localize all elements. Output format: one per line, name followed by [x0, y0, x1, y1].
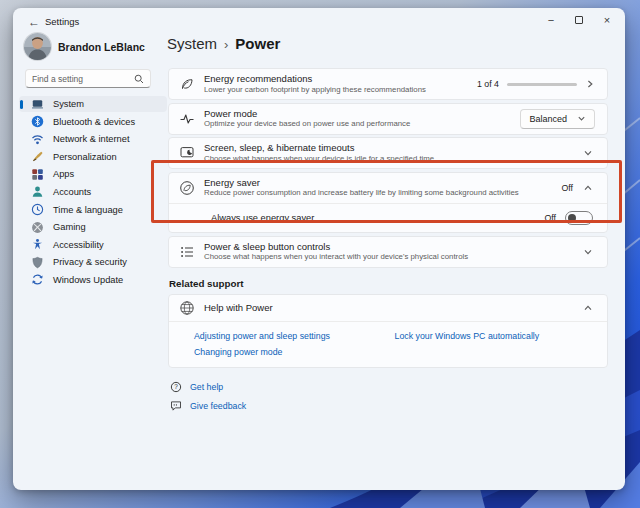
search-icon: [134, 74, 144, 84]
card-power-mode: Power mode Optimize your device based on…: [168, 103, 608, 135]
card-title: Energy saver: [204, 177, 561, 189]
svg-text:?: ?: [174, 383, 178, 390]
user-name: Brandon LeBlanc: [58, 41, 145, 53]
sidebar-item-label: Apps: [53, 169, 74, 179]
xbox-icon: [31, 221, 44, 234]
sidebar-item-privacy-security[interactable]: Privacy & security: [19, 254, 167, 270]
card-power-sleep-button-controls[interactable]: Power & sleep button controls Choose wha…: [168, 236, 608, 268]
chevron-up-icon: [583, 183, 593, 193]
wifi-icon: [31, 133, 44, 146]
help-with-power-header[interactable]: Help with Power: [169, 295, 607, 322]
sidebar-item-time-language[interactable]: Time & language: [19, 201, 167, 217]
update-arrows-icon: [31, 273, 44, 286]
sidebar-item-personalization[interactable]: Personalization: [19, 149, 167, 165]
toggle-state-label: Off: [544, 213, 556, 223]
card-description: Optimize your device based on power use …: [204, 119, 520, 129]
sidebar-item-label: Gaming: [53, 222, 86, 232]
toggle-knob: [568, 214, 576, 222]
clock-globe-icon: [31, 203, 44, 216]
chevron-up-icon: [583, 303, 593, 313]
window-title: Settings: [45, 16, 79, 27]
related-support-heading: Related support: [169, 278, 608, 289]
help-links: Adjusting power and sleep settings Lock …: [169, 322, 607, 367]
sidebar-item-label: Accounts: [53, 187, 91, 197]
page-title: Power: [235, 35, 280, 52]
settings-card-list: Energy recommendations Lower your carbon…: [168, 68, 608, 419]
sidebar-item-accounts[interactable]: Accounts: [19, 184, 167, 200]
sidebar-item-gaming[interactable]: Gaming: [19, 219, 167, 235]
apps-grid-icon: [31, 168, 44, 181]
breadcrumb: System › Power: [167, 35, 280, 52]
breadcrumb-section[interactable]: System: [167, 35, 217, 52]
sidebar-item-label: Personalization: [53, 152, 117, 162]
pulse-icon: [179, 111, 195, 127]
sidebar-item-label: Windows Update: [53, 275, 123, 285]
card-title: Help with Power: [204, 302, 581, 314]
sidebar-item-accessibility[interactable]: Accessibility: [19, 237, 167, 253]
get-help-link[interactable]: ? Get help: [170, 381, 608, 393]
get-help-label: Get help: [190, 382, 223, 392]
sidebar-item-bluetooth-devices[interactable]: Bluetooth & devices: [19, 114, 167, 130]
link-adjusting-power-sleep[interactable]: Adjusting power and sleep settings: [194, 331, 395, 341]
card-screen-sleep-timeouts[interactable]: Screen, sleep, & hibernate timeouts Choo…: [168, 137, 608, 169]
card-description: Choose what happens when your device is …: [204, 154, 581, 164]
card-title: Power & sleep button controls: [204, 241, 581, 253]
energy-leaf-circle-icon: [179, 180, 195, 196]
help-question-icon: ?: [170, 381, 182, 393]
card-title: Power mode: [204, 108, 520, 120]
power-mode-dropdown[interactable]: Balanced: [520, 109, 595, 129]
sidebar-item-label: System: [53, 99, 84, 109]
chevron-right-icon: [585, 79, 595, 89]
card-energy-recommendations[interactable]: Energy recommendations Lower your carbon…: [168, 68, 608, 100]
back-button[interactable]: ←: [23, 12, 45, 32]
sidebar-item-windows-update[interactable]: Windows Update: [19, 272, 167, 288]
sidebar-item-label: Time & language: [53, 205, 123, 215]
globe-icon: [179, 300, 195, 316]
sidebar-nav: System Bluetooth & devices Network & int…: [19, 96, 167, 289]
laptop-icon: [31, 98, 44, 111]
sidebar-item-label: Bluetooth & devices: [53, 117, 135, 127]
sidebar-item-label: Accessibility: [53, 240, 104, 250]
link-changing-power-mode[interactable]: Changing power mode: [194, 347, 395, 357]
collapse-button[interactable]: [581, 181, 595, 195]
sidebar-item-label: Network & internet: [53, 134, 129, 144]
user-profile[interactable]: Brandon LeBlanc: [24, 33, 145, 60]
card-title: Energy recommendations: [204, 73, 477, 85]
chevron-down-icon: [577, 114, 586, 123]
settings-window: ← Settings − × Brandon LeBlanc: [13, 8, 625, 490]
accessibility-person-icon: [31, 238, 44, 251]
footer-links: ? Get help Give feedback: [168, 381, 608, 412]
search-input[interactable]: [32, 74, 134, 84]
card-help-with-power: Help with Power Adjusting power and slee…: [168, 294, 608, 368]
energy-saver-status: Off: [561, 183, 573, 193]
breadcrumb-separator-icon: ›: [224, 36, 228, 52]
feedback-bubble-icon: [170, 400, 182, 412]
bluetooth-icon: [31, 115, 44, 128]
card-description: Lower your carbon footprint by applying …: [204, 85, 477, 95]
shield-icon: [31, 256, 44, 269]
give-feedback-link[interactable]: Give feedback: [170, 400, 608, 412]
expand-button[interactable]: [581, 245, 595, 259]
sidebar-item-system[interactable]: System: [19, 96, 167, 112]
main-content: System › Power Energy recommendations Lo…: [165, 8, 625, 490]
sidebar-item-apps[interactable]: Apps: [19, 166, 167, 182]
link-lock-pc-automatically[interactable]: Lock your Windows PC automatically: [395, 331, 596, 341]
recommendations-progress-label: 1 of 4: [477, 79, 499, 89]
always-use-energy-saver-label: Always use energy saver: [211, 213, 544, 223]
leaf-icon: [179, 76, 195, 92]
chevron-down-icon: [583, 148, 593, 158]
always-use-energy-saver-row: Always use energy saver Off: [169, 204, 607, 232]
sidebar-item-network-internet[interactable]: Network & internet: [19, 131, 167, 147]
card-energy-saver: Energy saver Reduce power consumption an…: [168, 172, 608, 233]
expand-button[interactable]: [581, 146, 595, 160]
give-feedback-label: Give feedback: [190, 401, 246, 411]
sidebar-item-label: Privacy & security: [53, 257, 127, 267]
collapse-button[interactable]: [581, 301, 595, 315]
person-icon: [31, 185, 44, 198]
paintbrush-icon: [31, 150, 44, 163]
recommendations-progress-bar: [507, 83, 577, 86]
always-use-energy-saver-toggle[interactable]: [565, 211, 593, 225]
search-box: [25, 69, 151, 88]
energy-saver-header[interactable]: Energy saver Reduce power consumption an…: [169, 173, 607, 204]
chevron-down-icon: [583, 247, 593, 257]
